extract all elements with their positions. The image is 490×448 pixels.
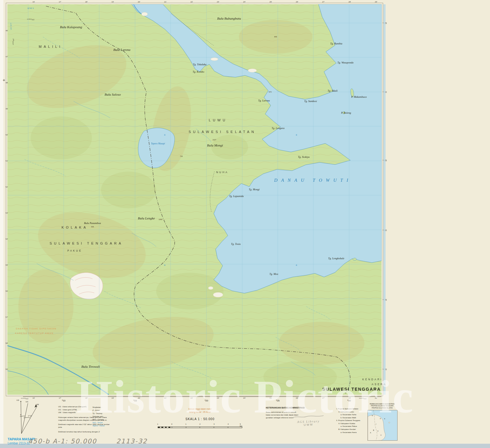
map-label: Tg. Lapumida — [229, 195, 244, 198]
inset-letter: A — [370, 432, 371, 434]
minute-tick-label: 18' — [85, 1, 88, 3]
admin-division-item: a. Kecamatan Nuha — [336, 413, 360, 416]
declination-label: UG — [26, 401, 28, 403]
minute-tick-label: 29' — [375, 1, 377, 3]
map-label: SULAWESI SELATAN — [189, 130, 256, 134]
admin-division-item: a. Kecamatan Pakue — [336, 425, 360, 428]
minute-tick-label: 26' — [296, 1, 298, 3]
map-sheet-scan: MALILIBulu KalapoangBulu LaronaBulu Salo… — [0, 0, 490, 448]
scale-bar-segment — [186, 427, 200, 428]
admin-division-item: II. Propinsi Sulawesi Tenggara — [336, 419, 360, 422]
minute-tick-label: 24' — [243, 397, 246, 399]
declination-label: US — [17, 399, 19, 401]
scale-bar-labels: 1012345 km — [158, 423, 242, 426]
map-label: + — [296, 264, 298, 267]
map-label: Bulu Bubungbatu — [217, 17, 241, 20]
map-label: ³⁰⁶⁰⁰⁰mT — [13, 39, 14, 45]
declination-diagram — [8, 398, 57, 438]
scale-bar-segment — [214, 427, 228, 428]
minute-tick-label: 29' — [375, 397, 377, 399]
inset-letter: a — [378, 430, 379, 432]
abbreviation-line: Tg - Tanjung — [92, 412, 105, 415]
minute-tick-label: 28' — [349, 397, 351, 399]
utm-easting-label: ³25 — [276, 399, 280, 402]
map-label: Tg. Tosiu — [231, 242, 240, 245]
minute-tick-label: 18' — [85, 397, 88, 399]
minute-tick-label: 27' — [322, 397, 325, 399]
scale-bar-number: 1 — [185, 423, 186, 425]
map-label: Bulu Tirowali — [81, 365, 100, 368]
minute-tick-label: 24' — [243, 1, 246, 3]
minute-tick-label: 19' — [111, 397, 114, 399]
north-definitions: US : Utara sebenarnya (Geografi)UG : Uta… — [58, 405, 113, 414]
minute-tick-label: 52' — [6, 186, 8, 188]
map-label: Tg. Tokalaka — [193, 63, 206, 66]
scale-bar-number: 0 — [171, 423, 172, 425]
map-label: Tg. Larona — [258, 99, 270, 102]
minute-tick-label: 21' — [164, 397, 167, 399]
minute-tick-label: 22' — [190, 397, 193, 399]
handwritten-note: 450-b A-1: 50.000 2113-32 — [28, 438, 147, 445]
minute-tick-label: 51' — [6, 160, 8, 162]
admin-division-item: b. Kecamatan Malili — [336, 416, 360, 420]
map-label: P. Makambuca — [351, 95, 367, 98]
minute-tick-label: 25' — [270, 397, 272, 399]
map-label: Tg. Mea — [270, 272, 278, 275]
map-label: 02°45' S — [28, 7, 34, 9]
minute-tick-label: 27' — [322, 1, 325, 3]
map-label: Bulu Larona — [113, 48, 130, 51]
minute-tick-label: 50' — [6, 134, 8, 136]
scale-bar-segment — [158, 427, 172, 428]
minute-tick-label: 59' — [6, 368, 8, 370]
abbreviation-line: Bulu - Gunung — [92, 418, 105, 421]
scale-bar-segment — [172, 427, 186, 428]
utm-easting-label: ³20 — [205, 399, 208, 402]
minute-tick-label: 26' — [296, 397, 298, 399]
map-label: Tg. Wasuponda — [337, 61, 354, 64]
admin-division-item: A. Kabupaten Luwu — [336, 411, 360, 414]
scan-edge — [0, 0, 3, 448]
map-label: 1069 — [159, 218, 162, 220]
inset-letter: b — [372, 415, 373, 416]
admin-division-item: a. Kecamatan Asera — [336, 431, 360, 434]
scale-bar — [158, 427, 242, 428]
inset-letter: a — [384, 418, 385, 420]
map-label: Tapara Masapi — [151, 142, 165, 145]
declination-note: Deklinasi tersebut tiap tahun berkurang … — [58, 431, 113, 433]
minute-tick-label: 17' — [59, 1, 61, 3]
utm-easting-label: ³15 — [133, 399, 137, 402]
corner-utm-label: ⁹⁶⁶⁸⁰⁰⁰mU — [359, 398, 366, 400]
ags-library-stamp: AGS Library UWM — [291, 414, 325, 427]
bottom-edge-ruler — [23, 397, 381, 397]
map-label: DAERAH TIDAK DIPETAKAN — [16, 327, 56, 330]
scale-bar-segment — [200, 427, 214, 428]
abbreviation-line: Singkatan : — [92, 406, 105, 409]
abbreviations-block: Singkatan :P - PulauTg - TanjungSebutan … — [92, 406, 105, 427]
map-label: Tg. Sambesi — [304, 100, 317, 103]
scale-bar-number: 3 — [213, 423, 214, 425]
inset-letter: II — [381, 434, 382, 436]
minute-tick-label: 28' — [349, 1, 351, 3]
unit-note-line: Satuan tinggi dalam meter — [158, 408, 242, 411]
margin-panel-right: PETA RUPABUMI INDONESIA 1 : 50.000 Lemba… — [398, 0, 490, 448]
contour-unit-note: Satuan tinggi dalam meterSelang kontur :… — [158, 408, 242, 414]
utm-easting-label: ³30 — [347, 399, 351, 402]
map-label: 673 — [269, 91, 271, 93]
map-label: SULAWESI TENGGARA — [322, 387, 381, 392]
scale-bar-number: 4 — [228, 423, 228, 425]
scale-bar-number: 2 — [199, 423, 200, 425]
map-label: ASERA — [372, 383, 387, 386]
minute-tick-label: 55' — [6, 264, 8, 266]
map-label: Tg. Mongi — [249, 188, 259, 191]
map-label: ⁹⁶⁹⁵⁰⁰⁰mU — [27, 19, 34, 21]
minute-tick-label: 49' — [6, 108, 8, 110]
minute-tick-label: 19' — [111, 1, 114, 3]
map-label: + — [296, 134, 298, 136]
abbreviation-line: Salu - Sungai — [92, 421, 105, 424]
admin-division-item: A. Kabupaten Kolaka — [336, 422, 360, 425]
map-label: Bulu Mongi — [207, 143, 223, 147]
minute-tick-label: 57' — [6, 316, 8, 318]
minute-tick-label: 53' — [6, 212, 8, 214]
map-label: KARENA TERTUTUP AWAN — [15, 332, 54, 335]
admin-inset-title: PEMBAGIAN DAERAH ADMINISTRASIPROPINSI SU… — [366, 403, 399, 409]
